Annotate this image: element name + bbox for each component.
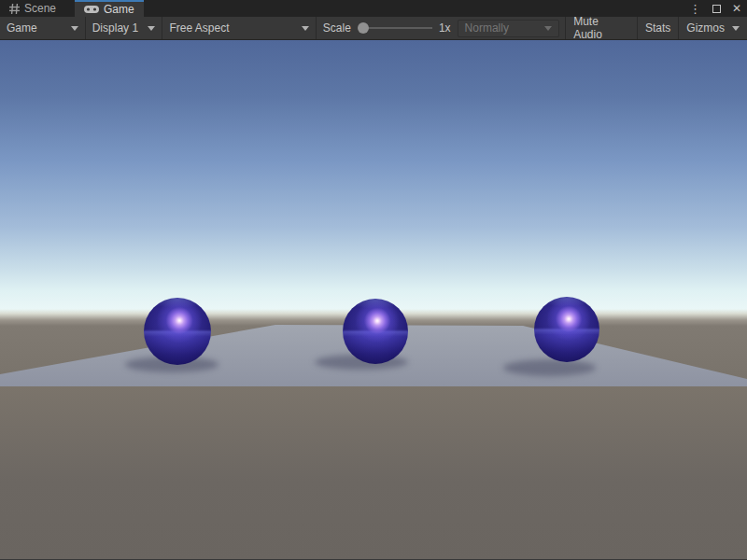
chevron-down-icon: [148, 26, 155, 31]
scale-slider-thumb[interactable]: [358, 22, 369, 34]
mute-audio-button[interactable]: Mute Audio: [566, 17, 637, 39]
chevron-down-icon: [71, 26, 78, 31]
tab-game[interactable]: Game: [75, 0, 144, 17]
scale-label: Scale: [323, 21, 351, 35]
game-mode-dropdown-label: Game: [7, 21, 37, 35]
aspect-ratio-dropdown[interactable]: Free Aspect: [162, 17, 315, 39]
game-render-viewport[interactable]: [0, 40, 747, 559]
unity-game-window: Scene Game ⋮ ✕ Game Display 1: [0, 0, 747, 560]
stats-button[interactable]: Stats: [638, 17, 678, 39]
window-controls: ⋮ ✕: [689, 0, 741, 17]
chevron-down-icon: [732, 26, 740, 31]
tab-scene[interactable]: Scene: [0, 0, 65, 17]
tab-game-label: Game: [104, 3, 134, 16]
display-dropdown-label: Display 1: [92, 21, 138, 35]
near-ground: [0, 386, 747, 559]
display-dropdown[interactable]: Display 1: [86, 17, 162, 39]
gizmos-label: Gizmos: [686, 21, 725, 35]
gizmos-dropdown[interactable]: Gizmos: [679, 17, 747, 39]
game-mode-dropdown[interactable]: Game: [0, 17, 85, 39]
aspect-ratio-dropdown-label: Free Aspect: [169, 21, 229, 35]
tab-bar: Scene Game ⋮ ✕: [0, 0, 747, 17]
scale-value: 1x: [439, 21, 451, 35]
sphere-shadow: [503, 359, 596, 376]
game-view-toolbar: Game Display 1 Free Aspect Scale 1x Norm…: [0, 17, 747, 40]
play-mode-dropdown[interactable]: Normally: [458, 20, 560, 37]
chevron-down-icon: [302, 26, 309, 31]
scale-slider[interactable]: [358, 21, 432, 35]
blue-sphere: [534, 297, 599, 362]
tab-scene-label: Scene: [24, 2, 56, 15]
kebab-menu-icon[interactable]: ⋮: [689, 3, 701, 15]
play-mode-dropdown-label: Normally: [465, 21, 509, 35]
stats-label: Stats: [645, 21, 670, 35]
scale-slider-track[interactable]: [367, 27, 432, 29]
mute-audio-label: Mute Audio: [573, 15, 629, 41]
blue-sphere: [144, 298, 211, 365]
maximize-icon[interactable]: [712, 5, 721, 13]
grid-icon: [9, 4, 20, 14]
blue-sphere: [343, 299, 408, 364]
scale-control: Scale 1x: [317, 17, 458, 39]
chevron-down-icon: [544, 26, 552, 31]
close-icon[interactable]: ✕: [732, 3, 741, 14]
gamepad-icon: [84, 5, 99, 14]
